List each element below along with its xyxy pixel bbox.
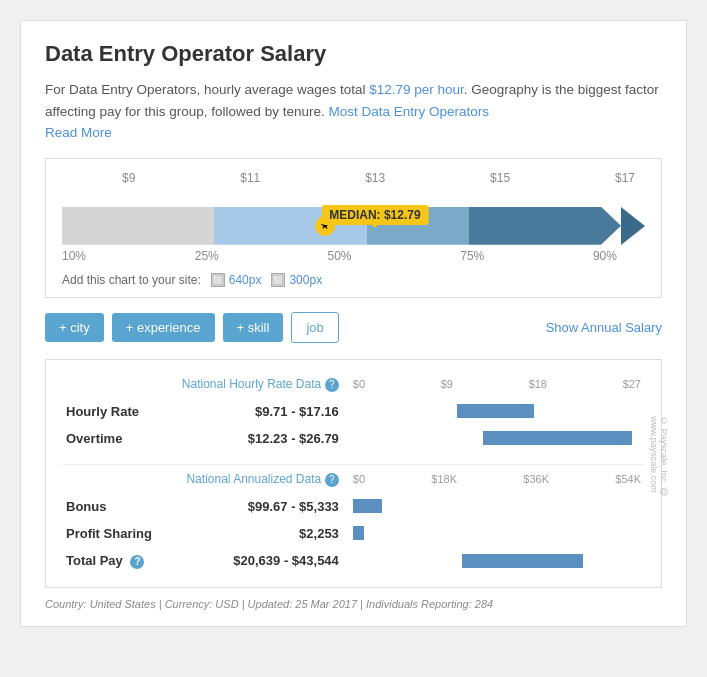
embed-links: Add this chart to your site: ⬜ 640px ⬜ 3… (62, 273, 322, 287)
salary-label-17: $17 (615, 171, 635, 185)
job-button[interactable]: job (291, 312, 338, 343)
annual-axis-18k: $18K (431, 473, 457, 485)
profit-sharing-bar (353, 526, 365, 540)
hourly-axis-27: $27 (623, 378, 641, 390)
buttons-row: + city + experience + skill job Show Ann… (45, 312, 662, 343)
pct-25: 25% (195, 249, 219, 263)
annual-axis-cell: $0 $18K $36K $54K (349, 464, 645, 493)
hourly-axis-0: $0 (353, 378, 365, 390)
bonus-bar-cell (349, 493, 645, 520)
watermark: © Payscale, Inc. @ www.payscale.com (649, 417, 669, 531)
annual-axis-36k: $36K (523, 473, 549, 485)
bonus-value: $99.67 - $5,333 (201, 493, 349, 520)
total-pay-bar-cell (349, 547, 645, 575)
show-annual-link[interactable]: Show Annual Salary (546, 320, 662, 335)
hourly-rate-row: Hourly Rate $9.71 - $17.16 (62, 398, 645, 425)
highlight-wage: $12.79 per hour (369, 82, 464, 97)
total-pay-question-mark[interactable]: ? (130, 555, 144, 569)
embed-640-text: 640px (229, 273, 262, 287)
main-card: Data Entry Operator Salary For Data Entr… (20, 20, 687, 627)
bonus-row: Bonus $99.67 - $5,333 (62, 493, 645, 520)
pct-90: 90% (593, 249, 617, 263)
experience-button[interactable]: + experience (112, 313, 215, 342)
hourly-axis-9: $9 (441, 378, 453, 390)
embed-300-text: 300px (289, 273, 322, 287)
overtime-label: Overtime (62, 425, 201, 452)
embed-label: Add this chart to your site: (62, 273, 201, 287)
annual-header-label: National Annualized Data (186, 472, 321, 486)
profit-sharing-bar-cell (349, 520, 645, 547)
bar-seg-10-25 (62, 207, 214, 245)
profit-sharing-value: $2,253 (201, 520, 349, 547)
skill-button[interactable]: + skill (223, 313, 284, 342)
page-title: Data Entry Operator Salary (45, 41, 662, 67)
hourly-rate-label: Hourly Rate (62, 398, 201, 425)
chart-bottom-row: Add this chart to your site: ⬜ 640px ⬜ 3… (62, 273, 645, 287)
total-pay-label: Total Pay ? (62, 547, 201, 575)
hourly-rate-value: $9.71 - $17.16 (201, 398, 349, 425)
total-pay-bar (462, 554, 583, 568)
annual-header-row: National Annualized Data ? $0 $18K $36K … (62, 464, 645, 493)
total-pay-value: $20,639 - $43,544 (201, 547, 349, 575)
read-more-link[interactable]: Read More (45, 125, 112, 140)
footer-text: Country: United States | Currency: USD |… (45, 598, 662, 610)
salary-label-13: $13 (365, 171, 385, 185)
overtime-value: $12.23 - $26.79 (201, 425, 349, 452)
profit-sharing-label: Profit Sharing (62, 520, 201, 547)
intro-text-part1: For Data Entry Operators, hourly average… (45, 82, 369, 97)
arrow-tip (621, 207, 645, 245)
salary-label-9: $9 (122, 171, 135, 185)
pct-75: 75% (460, 249, 484, 263)
salary-label-15: $15 (490, 171, 510, 185)
embed-640-icon: ⬜ (211, 273, 225, 287)
total-pay-row: Total Pay ? $20,639 - $43,544 (62, 547, 645, 575)
pct-50: 50% (327, 249, 351, 263)
percent-axis: 10% 25% 50% 75% 90% (62, 249, 617, 263)
intro-text: For Data Entry Operators, hourly average… (45, 79, 662, 144)
city-button[interactable]: + city (45, 313, 104, 342)
salary-axis: $9 $11 $13 $15 $17 (122, 171, 635, 185)
overtime-bar (483, 431, 633, 445)
hourly-question-mark[interactable]: ? (325, 378, 339, 392)
salary-label-11: $11 (240, 171, 260, 185)
embed-640-link[interactable]: ⬜ 640px (211, 273, 262, 287)
arrow-chart-wrapper: MEDIAN: $12.79 ★ (62, 207, 645, 245)
bonus-label: Bonus (62, 493, 201, 520)
profit-sharing-row: Profit Sharing $2,253 (62, 520, 645, 547)
annual-axis-54k: $54K (615, 473, 641, 485)
data-table: National Hourly Rate Data ? $0 $9 $18 $2… (62, 370, 645, 575)
hourly-header-label: National Hourly Rate Data (182, 377, 321, 391)
bonus-bar (353, 499, 382, 513)
median-label: MEDIAN: $12.79 (321, 205, 428, 225)
arrow-chart-section: $9 $11 $13 $15 $17 MEDIAN: $12.79 ★ 1 (45, 158, 662, 298)
spacer-row-1 (62, 452, 645, 465)
hourly-rate-bar-cell (349, 398, 645, 425)
bar-seg-75-90 (469, 207, 621, 245)
overtime-bar-cell (349, 425, 645, 452)
data-section: National Hourly Rate Data ? $0 $9 $18 $2… (45, 359, 662, 588)
hourly-header-row: National Hourly Rate Data ? $0 $9 $18 $2… (62, 370, 645, 398)
hourly-rate-bar (457, 404, 535, 418)
highlight-most: Most Data Entry Operators (328, 104, 489, 119)
hourly-axis-18: $18 (529, 378, 547, 390)
hourly-axis-cell: $0 $9 $18 $27 (349, 370, 645, 398)
pct-10: 10% (62, 249, 86, 263)
annual-axis-0: $0 (353, 473, 365, 485)
embed-300-link[interactable]: ⬜ 300px (271, 273, 322, 287)
overtime-row: Overtime $12.23 - $26.79 (62, 425, 645, 452)
annual-question-mark[interactable]: ? (325, 473, 339, 487)
embed-300-icon: ⬜ (271, 273, 285, 287)
